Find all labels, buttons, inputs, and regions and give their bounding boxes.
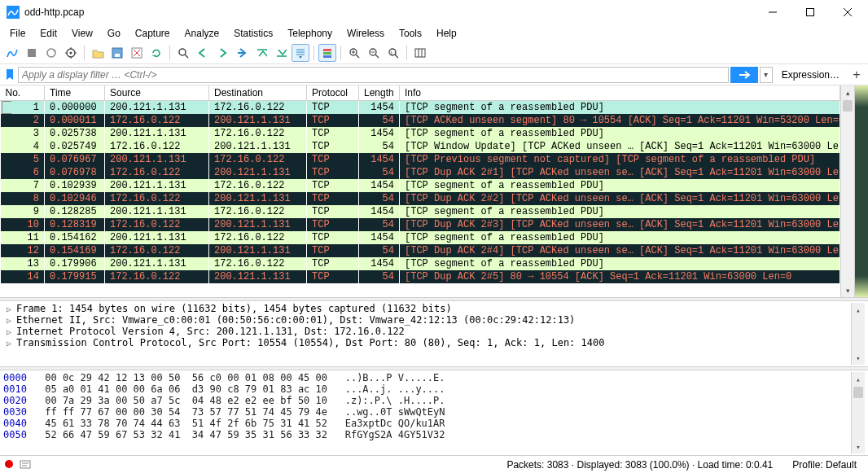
detail-tree-item[interactable]: ▷Ethernet II, Src: Vmware_c0:00:01 (00:5… <box>3 314 851 326</box>
go-to-packet-icon[interactable] <box>233 44 251 62</box>
col-time[interactable]: Time <box>45 85 105 101</box>
detail-tree-item[interactable]: ▷Internet Protocol Version 4, Src: 200.1… <box>3 326 851 337</box>
titlebar: odd-http.pcap <box>0 0 868 24</box>
zoom-reset-icon[interactable]: 1:1 <box>384 44 402 62</box>
hex-scrollbar[interactable]: ▴▾ <box>851 372 865 453</box>
svg-line-19 <box>185 55 188 58</box>
restart-capture-icon[interactable] <box>42 44 60 62</box>
hex-row[interactable]: 0000 00 0c 29 42 12 13 00 50 56 c0 00 01… <box>3 372 851 383</box>
details-scrollbar[interactable]: ▴▾ <box>851 303 865 365</box>
minimize-button[interactable] <box>754 1 791 24</box>
hex-row[interactable]: 0040 45 61 33 78 70 74 44 63 51 4f 2f 6b… <box>3 418 851 429</box>
packet-row[interactable]: 110.154162200.121.1.131172.16.0.122TCP14… <box>1 231 840 244</box>
packet-row[interactable]: 40.025749172.16.0.122200.121.1.131TCP54[… <box>1 140 840 153</box>
menu-view[interactable]: View <box>65 26 99 41</box>
menu-wireless[interactable]: Wireless <box>340 26 391 41</box>
go-back-icon[interactable] <box>194 44 212 62</box>
menu-file[interactable]: File <box>3 26 32 41</box>
zoom-out-icon[interactable] <box>365 44 383 62</box>
col-no[interactable]: No. <box>1 85 45 101</box>
detail-tree-item[interactable]: ▷Frame 1: 1454 bytes on wire (11632 bits… <box>3 303 851 314</box>
packet-list-pane: No. Time Source Destination Protocol Len… <box>0 85 868 297</box>
col-destination[interactable]: Destination <box>209 85 307 101</box>
hex-row[interactable]: 0020 00 7a 29 3a 00 50 a7 5c 04 48 e2 e2… <box>3 395 851 406</box>
close-file-icon[interactable] <box>128 44 146 62</box>
edit-capture-comment-icon[interactable] <box>20 459 31 471</box>
go-first-icon[interactable] <box>252 44 270 62</box>
detail-tree-item[interactable]: ▷Transmission Control Protocol, Src Port… <box>3 337 851 348</box>
svg-line-37 <box>395 55 398 58</box>
maximize-button[interactable] <box>791 1 829 24</box>
hex-row[interactable]: 0030 ff ff 77 67 00 00 30 54 73 57 77 51… <box>3 406 851 418</box>
packet-row[interactable]: 90.128285200.121.1.131172.16.0.122TCP145… <box>1 205 840 218</box>
auto-scroll-icon[interactable] <box>292 44 309 62</box>
start-capture-icon[interactable] <box>3 44 21 62</box>
find-icon[interactable] <box>174 44 192 62</box>
menu-tools[interactable]: Tools <box>392 26 428 41</box>
menu-help[interactable]: Help <box>430 26 463 41</box>
expand-icon[interactable]: ▷ <box>5 304 13 313</box>
col-info[interactable]: Info <box>400 85 840 101</box>
menu-go[interactable]: Go <box>101 26 127 41</box>
svg-line-30 <box>356 55 359 58</box>
svg-point-8 <box>70 51 72 54</box>
menu-capture[interactable]: Capture <box>129 26 177 41</box>
close-button[interactable] <box>829 1 866 24</box>
svg-rect-14 <box>115 54 120 57</box>
packet-table[interactable]: No. Time Source Destination Protocol Len… <box>0 85 840 283</box>
go-last-icon[interactable] <box>272 44 290 62</box>
status-packet-counts: Packets: 3083 · Displayed: 3083 (100.0%)… <box>500 459 779 471</box>
colorize-icon[interactable] <box>318 44 336 62</box>
col-protocol[interactable]: Protocol <box>307 85 359 101</box>
packet-row[interactable]: 70.102939200.121.1.131172.16.0.122TCP145… <box>1 179 840 192</box>
stop-capture-icon[interactable] <box>23 44 41 62</box>
expand-icon[interactable]: ▷ <box>5 327 13 336</box>
packet-row[interactable]: 130.179906200.121.1.131172.16.0.122TCP14… <box>1 257 840 270</box>
expression-button[interactable]: Expression… <box>774 67 847 83</box>
svg-line-34 <box>375 55 379 58</box>
zoom-in-icon[interactable] <box>345 44 363 62</box>
packet-row[interactable]: 60.076978172.16.0.122200.121.1.131TCP54[… <box>1 166 840 179</box>
packet-row[interactable]: 100.128319172.16.0.122200.121.1.131TCP54… <box>1 218 840 231</box>
packet-bytes-pane[interactable]: 0000 00 0c 29 42 12 13 00 50 56 c0 00 01… <box>0 370 868 455</box>
packet-details-pane[interactable]: ▷Frame 1: 1454 bytes on wire (11632 bits… <box>0 301 868 366</box>
menu-edit[interactable]: Edit <box>33 26 64 41</box>
svg-rect-5 <box>28 49 36 57</box>
col-length[interactable]: Length <box>359 85 400 101</box>
filter-history-dropdown[interactable]: ▾ <box>760 67 773 83</box>
packet-header-row[interactable]: No. Time Source Destination Protocol Len… <box>1 85 840 101</box>
svg-rect-27 <box>323 52 331 55</box>
packet-row[interactable]: 20.000011172.16.0.122200.121.1.131TCP54[… <box>1 114 840 127</box>
packet-row[interactable]: 120.154169172.16.0.122200.121.1.131TCP54… <box>1 244 840 257</box>
menu-statistics[interactable]: Statistics <box>227 26 279 41</box>
col-source[interactable]: Source <box>105 85 209 101</box>
resize-columns-icon[interactable] <box>411 44 429 62</box>
status-profile[interactable]: Profile: Default <box>786 459 863 471</box>
menu-analyze[interactable]: Analyze <box>178 26 226 41</box>
go-forward-icon[interactable] <box>213 44 231 62</box>
packet-minimap[interactable] <box>854 85 868 297</box>
packet-row[interactable]: 80.102946172.16.0.122200.121.1.131TCP54[… <box>1 192 840 205</box>
capture-options-icon[interactable] <box>62 44 80 62</box>
packet-list-scrollbar[interactable]: ▴ ▾ <box>840 85 854 297</box>
hex-row[interactable]: 0010 05 a0 01 41 00 00 6a 06 d3 90 c8 79… <box>3 383 851 395</box>
packet-row[interactable]: 10.000000200.121.1.131172.16.0.122TCP145… <box>1 101 840 115</box>
menu-telephony[interactable]: Telephony <box>281 26 339 41</box>
expand-icon[interactable]: ▷ <box>5 339 13 348</box>
save-file-icon[interactable] <box>108 44 126 62</box>
expand-icon[interactable]: ▷ <box>5 316 13 325</box>
main-toolbar: 1:1 <box>0 42 868 64</box>
reload-icon[interactable] <box>147 44 165 62</box>
packet-row[interactable]: 140.179915172.16.0.122200.121.1.131TCP54… <box>1 270 840 283</box>
open-file-icon[interactable] <box>89 44 107 62</box>
display-filter-input[interactable] <box>18 67 729 83</box>
expert-info-button[interactable] <box>5 459 13 471</box>
wireshark-icon <box>7 6 20 19</box>
packet-row[interactable]: 30.025738200.121.1.131172.16.0.122TCP145… <box>1 127 840 140</box>
add-filter-button[interactable]: + <box>848 67 865 83</box>
apply-filter-button[interactable] <box>730 67 758 83</box>
packet-row[interactable]: 50.076967200.121.1.131172.16.0.122TCP145… <box>1 153 840 166</box>
svg-rect-28 <box>323 55 331 58</box>
bookmark-icon[interactable] <box>3 67 16 83</box>
hex-row[interactable]: 0050 52 66 47 59 67 53 32 41 34 47 59 35… <box>3 429 851 440</box>
